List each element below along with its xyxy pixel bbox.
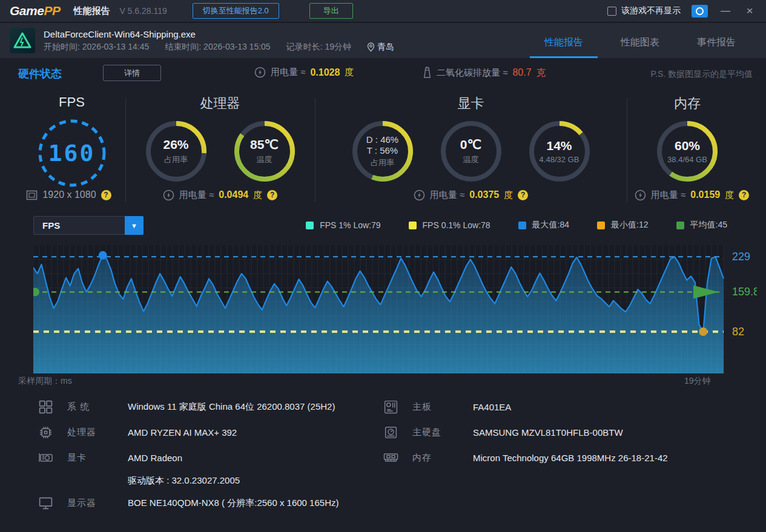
info-value: FA401EA <box>473 402 511 412</box>
legend-label: 最小值:12 <box>611 220 648 231</box>
export-button[interactable]: 导出 <box>309 3 353 19</box>
cpu-gauge-0: 26%占用率 <box>145 120 208 183</box>
gpu-section: 显卡 D : 46%T : 56%占用率0℃温度14%4.48/32 GB <box>315 92 627 183</box>
gauge-value: 60% <box>675 139 700 153</box>
power-icon <box>635 189 646 201</box>
svg-text:159.88: 159.88 <box>732 286 757 298</box>
cpu-section: 处理器 26%占用率85℃温度 <box>125 92 315 183</box>
info-value: BOE NE140QDM-NX8 ( 分辨率:2560 x 1600 165Hz… <box>128 498 338 509</box>
info-value: Windows 11 家庭版 China 64位 26200.8037 (25H… <box>128 401 335 413</box>
gauge-sublabel: 温度 <box>463 154 479 165</box>
driver-version: 驱动版本 : 32.0.23027.2005 <box>128 475 240 487</box>
co2-chimney-icon <box>423 67 432 79</box>
gauge-value: 14% <box>546 139 572 153</box>
legend-label: 最大值:84 <box>532 220 569 231</box>
gamepp-logo: GamePP <box>10 4 60 18</box>
gpu-section-title: 显卡 <box>315 94 627 113</box>
gauge-sublabel: 温度 <box>257 154 272 165</box>
location-row: 青岛 <box>367 42 394 53</box>
legend-item-1: FPS 0.1% Low:78 <box>409 220 490 230</box>
co2-metric: 二氧化碳排放量 ≈ 80.7 克 <box>423 67 546 79</box>
hide-game-checkbox[interactable] <box>607 7 616 16</box>
hide-game-checkbox-row[interactable]: 该游戏不再显示 <box>607 5 681 16</box>
info-label: 主板 <box>412 401 460 413</box>
info-value: Micron Technology 64GB 1998MHz 26-18-21-… <box>473 453 668 463</box>
legend-label: FPS 1% Low:79 <box>320 220 380 230</box>
legend-swatch <box>597 222 605 229</box>
chart-legend: FPS 1% Low:79FPS 0.1% Low:78最大值:84最小值:12… <box>306 220 727 231</box>
tab-performance-chart[interactable]: 性能图表 <box>621 36 659 58</box>
legend-swatch <box>409 222 417 229</box>
chevron-down-icon[interactable]: ▼ <box>125 216 144 235</box>
help-icon[interactable]: ? <box>739 190 749 200</box>
gpu-icon <box>38 450 54 465</box>
gauge-value: 85℃ <box>250 137 279 152</box>
help-icon[interactable]: ? <box>518 190 528 200</box>
power-value: 0.0375 <box>469 189 499 200</box>
window-title: 性能报告 <box>73 5 110 17</box>
svg-text:82: 82 <box>732 326 744 338</box>
power-unit: 度 <box>504 189 513 201</box>
info-label: 系 统 <box>67 401 114 413</box>
power-icon <box>254 67 266 78</box>
monitor-icon <box>38 495 54 511</box>
memory-section: 内存 60%38.4/64 GB <box>627 92 766 183</box>
close-button[interactable]: × <box>743 5 756 17</box>
legend-swatch <box>518 222 526 229</box>
system-icon <box>38 399 54 415</box>
start-time: 开始时间: 2026-03-13 14:45 <box>44 42 149 53</box>
system-info-subrow: 驱动版本 : 32.0.23027.2005 <box>38 470 380 491</box>
cpu-icon <box>38 424 54 440</box>
location-pin-icon <box>367 42 375 52</box>
chart-duration-label: 19分钟 <box>684 376 711 387</box>
minimize-button[interactable]: — <box>719 5 732 17</box>
switch-report-2-button[interactable]: 切换至性能报告2.0 <box>193 3 279 19</box>
memory-icon <box>383 450 399 465</box>
tab-event-report[interactable]: 事件报告 <box>697 36 736 58</box>
cpu-gauge-1: 85℃温度 <box>233 120 296 183</box>
tab-performance-report[interactable]: 性能报告 <box>544 36 583 58</box>
power-icon <box>163 189 174 201</box>
gauge-sublabel: 占用率 <box>371 157 394 168</box>
legend-item-0: FPS 1% Low:79 <box>306 220 380 230</box>
fps-gauge: 160 <box>36 117 108 189</box>
power-value: 0.0494 <box>219 189 248 200</box>
report-tabs: 性能报告 性能图表 事件报告 <box>544 23 756 58</box>
power-icon <box>414 189 425 201</box>
resolution-value: 1920 x 1080 <box>42 189 96 200</box>
help-icon[interactable]: ? <box>101 190 111 200</box>
detail-button[interactable]: 详情 <box>103 65 161 81</box>
mem-gauge-0: 60%38.4/64 GB <box>656 120 719 183</box>
record-duration: 记录时长: 19分钟 <box>286 42 351 53</box>
screenshot-camera-icon[interactable] <box>692 5 708 18</box>
legend-swatch <box>676 222 684 229</box>
help-icon[interactable]: ? <box>267 190 277 200</box>
gauge-sublabel: 4.48/32 GB <box>540 155 579 164</box>
metric-dropdown[interactable]: FPS ▼ <box>33 216 144 235</box>
game-exe-name: DeltaForceClient-Win64-Shipping.exe <box>44 29 394 39</box>
report-header: DeltaForceClient-Win64-Shipping.exe 开始时间… <box>0 23 766 58</box>
info-label: 主硬盘 <box>412 427 460 438</box>
gauge-value: D : 46% <box>366 134 398 145</box>
power-unit: 度 <box>253 189 262 201</box>
resolution-icon <box>26 190 38 200</box>
legend-label: 平均值:45 <box>690 220 727 231</box>
gauge-value: T : 56% <box>367 145 398 156</box>
system-info-left: 系 统Windows 11 家庭版 China 64位 26200.8037 (… <box>38 394 380 515</box>
system-info-row: 主板FA401EA <box>383 394 761 419</box>
ps-note: P.S. 数据图显示的是平均值 <box>650 69 753 80</box>
gauge-sublabel: 38.4/64 GB <box>667 155 707 164</box>
fps-value: 160 <box>36 117 108 189</box>
power-label: 用电量 ≈ <box>651 189 685 201</box>
gpu-gauge-0: D : 46%T : 56%占用率 <box>351 120 414 183</box>
gpu-gauge-2: 14%4.48/32 GB <box>528 120 591 183</box>
power-value: 0.0159 <box>690 189 720 200</box>
info-value: AMD RYZEN AI MAX+ 392 <box>128 427 237 438</box>
system-info-row: 系 统Windows 11 家庭版 China 64位 26200.8037 (… <box>38 394 380 419</box>
system-info-right: 主板FA401EA主硬盘SAMSUNG MZVL81T0HFLB-00BTW内存… <box>383 394 761 470</box>
system-info-row: 显卡AMD Radeon <box>38 445 380 470</box>
co2-value: 80.7 <box>512 67 531 78</box>
fps-resolution-row: 1920 x 1080? <box>12 187 125 203</box>
legend-label: FPS 0.1% Low:78 <box>423 220 490 230</box>
metric-dropdown-value: FPS <box>34 220 125 231</box>
